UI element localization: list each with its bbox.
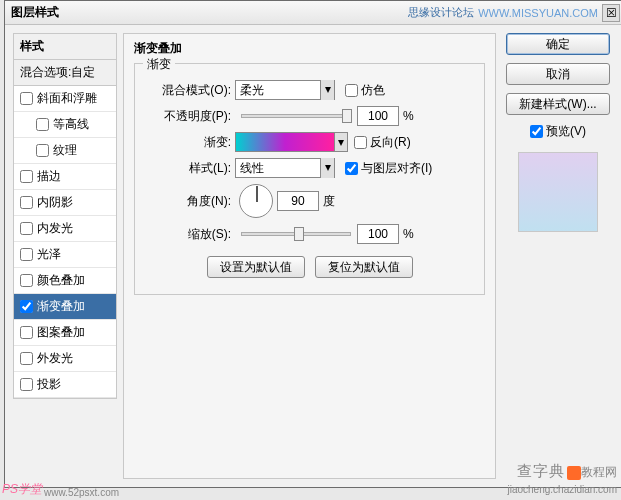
watermark-ps-url: www.52psxt.com <box>44 487 119 498</box>
right-panel: 确定 取消 新建样式(W)... 预览(V) <box>502 33 614 479</box>
style-item-label: 渐变叠加 <box>37 298 85 315</box>
style-item-3[interactable]: 描边 <box>14 164 116 190</box>
style-item-6[interactable]: 光泽 <box>14 242 116 268</box>
cancel-button[interactable]: 取消 <box>506 63 610 85</box>
style-item-label: 内阴影 <box>37 194 73 211</box>
dialog-title: 图层样式 <box>11 4 59 21</box>
chevron-down-icon: ▾ <box>320 158 334 178</box>
style-item-label: 纹理 <box>53 142 77 159</box>
chevron-down-icon: ▾ <box>320 80 334 100</box>
style-item-7[interactable]: 颜色叠加 <box>14 268 116 294</box>
style-item-5[interactable]: 内发光 <box>14 216 116 242</box>
align-checkbox[interactable]: 与图层对齐(I) <box>345 160 432 177</box>
angle-dial[interactable] <box>239 184 273 218</box>
style-item-label: 描边 <box>37 168 61 185</box>
style-item-4[interactable]: 内阴影 <box>14 190 116 216</box>
angle-label: 角度(N): <box>145 193 235 210</box>
angle-unit: 度 <box>323 193 335 210</box>
scale-slider[interactable] <box>241 232 351 236</box>
section-title: 渐变叠加 <box>134 40 485 57</box>
reverse-checkbox[interactable]: 反向(R) <box>354 134 411 151</box>
center-panel: 渐变叠加 渐变 混合模式(O): 柔光 ▾ 仿色 不透明度(P): 100 % <box>123 33 496 479</box>
ok-button[interactable]: 确定 <box>506 33 610 55</box>
style-checkbox[interactable] <box>20 248 33 261</box>
forum-url: WWW.MISSYUAN.COM <box>478 7 598 19</box>
style-item-8[interactable]: 渐变叠加 <box>14 294 116 320</box>
style-item-label: 投影 <box>37 376 61 393</box>
gradient-dropdown[interactable]: ▾ <box>334 132 348 152</box>
style-checkbox[interactable] <box>20 300 33 313</box>
gradient-label: 渐变: <box>145 134 235 151</box>
close-button[interactable]: ☒ <box>602 4 620 22</box>
style-item-1[interactable]: 等高线 <box>14 112 116 138</box>
style-item-label: 颜色叠加 <box>37 272 85 289</box>
style-item-10[interactable]: 外发光 <box>14 346 116 372</box>
scale-input[interactable]: 100 <box>357 224 399 244</box>
blend-options-header[interactable]: 混合选项:自定 <box>13 60 117 86</box>
style-item-label: 等高线 <box>53 116 89 133</box>
style-checkbox[interactable] <box>20 170 33 183</box>
styles-panel: 样式 混合选项:自定 斜面和浮雕等高线纹理描边内阴影内发光光泽颜色叠加渐变叠加图… <box>13 33 117 479</box>
style-checkbox[interactable] <box>20 326 33 339</box>
fieldset-title: 渐变 <box>143 56 175 73</box>
preview-swatch <box>518 152 598 232</box>
scale-label: 缩放(S): <box>145 226 235 243</box>
reset-default-button[interactable]: 复位为默认值 <box>315 256 413 278</box>
dither-checkbox[interactable]: 仿色 <box>345 82 385 99</box>
style-select[interactable]: 线性 ▾ <box>235 158 335 178</box>
opacity-unit: % <box>403 109 414 123</box>
scale-unit: % <box>403 227 414 241</box>
style-label: 样式(L): <box>145 160 235 177</box>
style-checkbox[interactable] <box>20 274 33 287</box>
blend-mode-select[interactable]: 柔光 ▾ <box>235 80 335 100</box>
angle-input[interactable]: 90 <box>277 191 319 211</box>
style-item-2[interactable]: 纹理 <box>14 138 116 164</box>
titlebar: 图层样式 思缘设计论坛 WWW.MISSYUAN.COM ☒ <box>5 1 621 25</box>
style-item-label: 光泽 <box>37 246 61 263</box>
style-item-9[interactable]: 图案叠加 <box>14 320 116 346</box>
opacity-label: 不透明度(P): <box>145 108 235 125</box>
preview-checkbox[interactable]: 预览(V) <box>530 123 586 140</box>
make-default-button[interactable]: 设置为默认值 <box>207 256 305 278</box>
style-item-label: 内发光 <box>37 220 73 237</box>
style-item-0[interactable]: 斜面和浮雕 <box>14 86 116 112</box>
style-checkbox[interactable] <box>20 196 33 209</box>
gradient-picker[interactable] <box>235 132 335 152</box>
style-value: 线性 <box>240 160 264 177</box>
gradient-fieldset: 渐变 混合模式(O): 柔光 ▾ 仿色 不透明度(P): 100 % <box>134 63 485 295</box>
style-list: 斜面和浮雕等高线纹理描边内阴影内发光光泽颜色叠加渐变叠加图案叠加外发光投影 <box>13 86 117 399</box>
opacity-input[interactable]: 100 <box>357 106 399 126</box>
style-item-label: 斜面和浮雕 <box>37 90 97 107</box>
forum-text: 思缘设计论坛 <box>408 5 474 20</box>
style-checkbox[interactable] <box>36 118 49 131</box>
new-style-button[interactable]: 新建样式(W)... <box>506 93 610 115</box>
blend-mode-value: 柔光 <box>240 82 264 99</box>
watermark-ps: PS学堂 <box>2 481 42 498</box>
blend-mode-label: 混合模式(O): <box>145 82 235 99</box>
style-checkbox[interactable] <box>20 378 33 391</box>
style-item-label: 外发光 <box>37 350 73 367</box>
style-checkbox[interactable] <box>36 144 49 157</box>
style-item-label: 图案叠加 <box>37 324 85 341</box>
style-checkbox[interactable] <box>20 92 33 105</box>
opacity-slider[interactable] <box>241 114 351 118</box>
style-checkbox[interactable] <box>20 222 33 235</box>
style-checkbox[interactable] <box>20 352 33 365</box>
watermark-chazidian: 查字典教程网 jiaocheng.chazidian.com <box>507 462 617 496</box>
style-item-11[interactable]: 投影 <box>14 372 116 398</box>
close-icon: ☒ <box>606 6 617 20</box>
logo-icon <box>567 466 581 480</box>
styles-header: 样式 <box>13 33 117 60</box>
